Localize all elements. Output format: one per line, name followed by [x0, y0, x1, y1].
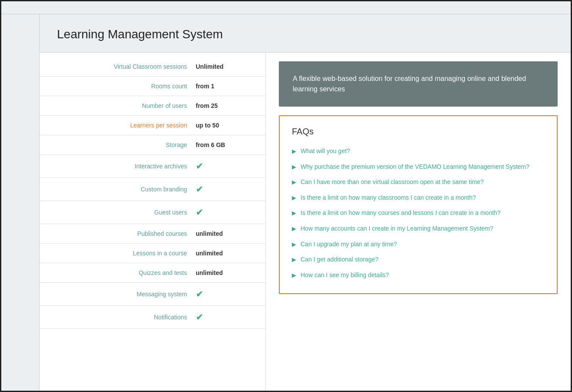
faq-title: FAQs	[292, 127, 545, 137]
left-sidebar	[1, 14, 40, 391]
faq-arrow-icon: ▶	[292, 179, 296, 185]
feature-label: Storage	[48, 141, 196, 148]
feature-value: unlimited	[196, 230, 248, 237]
page-title: Learning Management System	[57, 27, 553, 41]
feature-row: Rooms countfrom 1	[40, 77, 265, 96]
feature-row: Custom branding✔	[40, 178, 265, 201]
faq-item: ▶How many accounts can I create in my Le…	[292, 221, 545, 237]
right-column: A flexible web-based solution for creati…	[266, 53, 571, 391]
feature-label: Interactive archives	[48, 163, 196, 170]
feature-label: Number of users	[48, 102, 196, 109]
faq-question[interactable]: Is there a limit on how many courses and…	[301, 209, 501, 218]
feature-label: Virtual Classroom sessions	[48, 63, 196, 70]
faq-question[interactable]: How can I see my billing details?	[301, 271, 389, 280]
faq-item: ▶How can I see my billing details?	[292, 268, 545, 283]
faq-items: ▶What will you get?▶Why purchase the pre…	[292, 144, 545, 283]
faq-arrow-icon: ▶	[292, 272, 296, 278]
faq-arrow-icon: ▶	[292, 148, 296, 154]
feature-row: Virtual Classroom sessionsUnlimited	[40, 57, 265, 77]
faq-question[interactable]: How many accounts can I create in my Lea…	[301, 224, 493, 233]
feature-label: Learners per session	[48, 122, 196, 129]
feature-row: Quizzes and testsunlimited	[40, 263, 265, 283]
feature-value: unlimited	[196, 269, 248, 276]
faq-item: ▶Why purchase the premium version of the…	[292, 159, 545, 175]
faq-question[interactable]: Can I upgrade my plan at any time?	[301, 240, 397, 249]
content-area: Learning Management System Virtual Class…	[40, 14, 571, 391]
check-icon: ✔	[196, 207, 248, 218]
feature-label: Lessons in a course	[48, 250, 196, 257]
faq-question[interactable]: Is there a limit on how many classrooms …	[301, 194, 476, 202]
main-content: Learning Management System Virtual Class…	[1, 14, 571, 391]
top-bar	[1, 1, 571, 14]
faq-item: ▶Is there a limit on how many classrooms…	[292, 190, 545, 206]
faq-item: ▶Is there a limit on how many courses an…	[292, 205, 545, 221]
feature-label: Notifications	[48, 314, 196, 321]
features-column: Virtual Classroom sessionsUnlimitedRooms…	[40, 53, 266, 391]
faq-arrow-icon: ▶	[292, 194, 296, 201]
faq-question[interactable]: Can I get additional storage?	[301, 255, 378, 264]
faq-arrow-icon: ▶	[292, 225, 296, 232]
feature-label: Guest users	[48, 209, 196, 216]
feature-label: Custom branding	[48, 186, 196, 193]
hero-text: A flexible web-based solution for creati…	[293, 75, 526, 93]
feature-row: Storagefrom 6 GB	[40, 135, 265, 155]
faq-arrow-icon: ▶	[292, 210, 296, 216]
faq-arrow-icon: ▶	[292, 256, 296, 263]
faq-item: ▶Can I upgrade my plan at any time?	[292, 237, 545, 252]
faq-question[interactable]: What will you get?	[301, 147, 350, 156]
check-icon: ✔	[196, 161, 248, 171]
feature-value: from 6 GB	[196, 141, 248, 148]
check-icon: ✔	[196, 312, 248, 322]
feature-row: Notifications✔	[40, 306, 265, 329]
faq-item: ▶Can I have more than one virtual classr…	[292, 174, 545, 190]
main-window: Learning Management System Virtual Class…	[0, 0, 572, 392]
feature-row: Published coursesunlimited	[40, 224, 265, 244]
faq-question[interactable]: Why purchase the premium version of the …	[301, 163, 529, 171]
two-column-layout: Virtual Classroom sessionsUnlimitedRooms…	[40, 53, 571, 391]
page-header: Learning Management System	[40, 14, 571, 53]
feature-label: Messaging system	[48, 291, 196, 298]
faq-arrow-icon: ▶	[292, 241, 296, 248]
feature-row: Interactive archives✔	[40, 155, 265, 178]
faq-item: ▶Can I get additional storage?	[292, 252, 545, 268]
hero-banner: A flexible web-based solution for creati…	[279, 61, 558, 107]
feature-label: Rooms count	[48, 83, 196, 90]
feature-value: Unlimited	[196, 63, 248, 70]
feature-row: Lessons in a courseunlimited	[40, 244, 265, 263]
feature-label: Quizzes and tests	[48, 269, 196, 276]
feature-value: from 1	[196, 83, 248, 90]
check-icon: ✔	[196, 184, 248, 194]
feature-value: unlimited	[196, 250, 248, 257]
feature-label: Published courses	[48, 230, 196, 237]
feature-row: Number of usersfrom 25	[40, 96, 265, 116]
faq-arrow-icon: ▶	[292, 164, 296, 170]
faq-item: ▶What will you get?	[292, 144, 545, 159]
feature-row: Guest users✔	[40, 201, 265, 224]
feature-value: up to 50	[196, 122, 248, 129]
feature-row: Messaging system✔	[40, 283, 265, 306]
check-icon: ✔	[196, 289, 248, 299]
feature-row: Learners per sessionup to 50	[40, 116, 265, 135]
faq-box: FAQs ▶What will you get?▶Why purchase th…	[279, 115, 558, 294]
faq-question[interactable]: Can I have more than one virtual classro…	[301, 178, 484, 187]
feature-value: from 25	[196, 102, 248, 109]
